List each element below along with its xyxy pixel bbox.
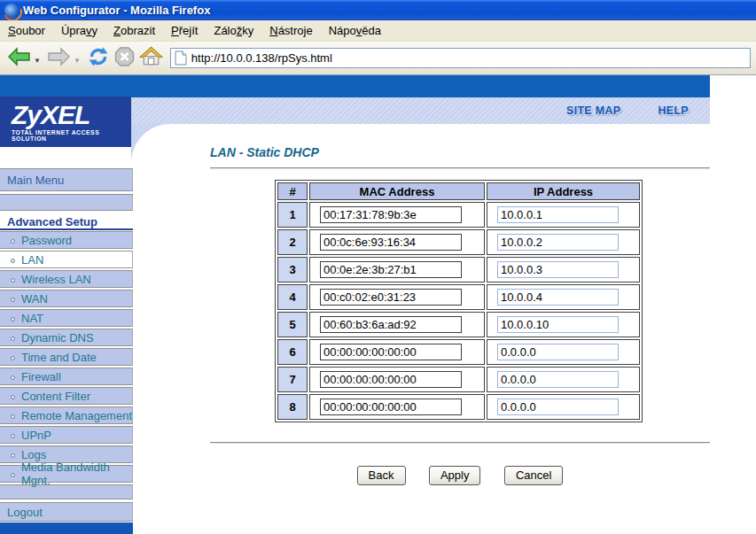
back-action-button[interactable]: Back (357, 466, 406, 485)
ip-input[interactable] (497, 289, 619, 306)
browser-window: Web Configurator - Mozilla Firefox Soubo… (0, 0, 756, 534)
row-number: 6 (277, 339, 308, 365)
row-number: 4 (277, 284, 308, 310)
forward-dropdown-icon[interactable]: ▼ (74, 57, 81, 65)
bullet-icon (11, 259, 15, 263)
forward-icon (47, 47, 71, 70)
sidebar: Main Menu Advanced Setup Password LAN Wi… (0, 168, 133, 522)
row-number: 2 (277, 229, 308, 255)
address-bar[interactable] (170, 48, 751, 68)
window-title: Web Configurator - Mozilla Firefox (23, 4, 210, 17)
menu-item-prejit[interactable]: Přejít (163, 24, 206, 37)
menu-bar: Soubor Úpravy Zobrazit Přejít Záložky Ná… (0, 20, 756, 42)
bullet-icon (11, 395, 15, 399)
sidebar-item-dynamic-dns[interactable]: Dynamic DNS (0, 329, 133, 346)
bullet-icon (11, 453, 15, 458)
sidebar-spacer (0, 194, 133, 211)
mac-input[interactable] (320, 316, 462, 333)
menu-item-zobrazit[interactable]: Zobrazit (105, 24, 163, 37)
sidebar-section-advanced-setup: Advanced Setup (0, 213, 133, 230)
table-row: 6 (277, 339, 640, 365)
home-button[interactable] (137, 45, 165, 72)
ip-input[interactable] (497, 316, 619, 333)
ip-input[interactable] (497, 234, 619, 251)
divider (210, 167, 710, 168)
sidebar-item-lan[interactable]: LAN (0, 251, 133, 268)
col-header-mac: MAC Address (309, 182, 485, 200)
url-input[interactable] (191, 51, 746, 65)
bullet-icon (11, 239, 15, 244)
bullet-icon (11, 278, 15, 282)
sidebar-item-nat[interactable]: NAT (0, 309, 133, 327)
back-button[interactable] (5, 45, 33, 72)
menu-item-soubor[interactable]: Soubor (0, 24, 53, 37)
mac-input[interactable] (320, 234, 462, 251)
sidebar-item-firewall[interactable]: Firewall (0, 368, 133, 385)
sidebar-item-wireless-lan[interactable]: Wireless LAN (0, 270, 133, 288)
table-header-row: # MAC Address IP Address (277, 182, 640, 200)
sidebar-item-time-and-date[interactable]: Time and Date (0, 348, 133, 366)
logo-tagline: TOTAL INTERNET ACCESS SOLUTION (12, 129, 131, 142)
mac-input[interactable] (320, 399, 462, 415)
bullet-icon (11, 414, 15, 419)
menu-item-napoveda[interactable]: Nápověda (321, 24, 389, 37)
cancel-button[interactable]: Cancel (504, 466, 563, 485)
table-row: 1 (277, 202, 640, 228)
divider (210, 442, 710, 443)
row-number: 3 (277, 257, 308, 282)
table-row: 4 (277, 284, 640, 310)
row-number: 1 (277, 202, 308, 228)
bullet-icon (11, 356, 15, 360)
back-dropdown-icon[interactable]: ▼ (34, 57, 41, 65)
bullet-icon (11, 337, 15, 341)
menu-item-zalozky[interactable]: Záložky (206, 24, 261, 37)
mac-input[interactable] (320, 261, 462, 278)
ip-input[interactable] (497, 206, 619, 223)
stop-button[interactable] (112, 45, 137, 72)
mac-input[interactable] (320, 344, 462, 360)
ip-input[interactable] (497, 371, 619, 388)
bullet-icon (11, 317, 15, 321)
ip-input[interactable] (497, 344, 619, 360)
reload-button[interactable] (85, 45, 112, 72)
help-link[interactable]: HELP (658, 104, 689, 117)
bullet-icon (11, 375, 15, 380)
header-band: SITE MAP HELP (131, 97, 710, 124)
sidebar-item-password[interactable]: Password (0, 231, 133, 249)
main-content: LAN - Static DHCP # MAC Address IP Addre… (133, 124, 756, 485)
mac-input[interactable] (320, 289, 462, 306)
menu-item-upravy[interactable]: Úpravy (53, 24, 105, 37)
forward-button[interactable] (45, 45, 73, 72)
sidebar-item-logout[interactable]: Logout (0, 502, 133, 522)
static-dhcp-table: # MAC Address IP Address 1 2 3 (275, 180, 643, 422)
sidebar-item-remote-management[interactable]: Remote Management (0, 406, 133, 424)
col-header-number: # (277, 182, 308, 200)
sidebar-item-content-filter[interactable]: Content Filter (0, 387, 133, 405)
site-map-link[interactable]: SITE MAP (566, 104, 620, 117)
sidebar-main-menu[interactable]: Main Menu (0, 168, 133, 191)
title-bar: Web Configurator - Mozilla Firefox (0, 0, 756, 20)
row-number: 8 (277, 394, 308, 420)
menu-item-nastroje[interactable]: Nástroje (261, 24, 320, 37)
ip-input[interactable] (497, 399, 619, 415)
page-top-band (0, 75, 710, 97)
table-row: 2 (277, 229, 640, 255)
col-header-ip: IP Address (487, 182, 640, 200)
page-viewport: ZyXEL TOTAL INTERNET ACCESS SOLUTION SIT… (0, 75, 756, 534)
mac-input[interactable] (320, 371, 462, 388)
sidebar-item-media-bandwidth-mgnt[interactable]: Media Bandwidth Mgnt. (0, 465, 133, 483)
row-number: 5 (277, 312, 308, 337)
logo-text: ZyXEL (12, 102, 131, 128)
stop-icon (113, 46, 136, 71)
table-row: 5 (277, 312, 640, 337)
bullet-icon (11, 434, 15, 438)
sidebar-bottom-band (0, 522, 133, 534)
sidebar-item-wan[interactable]: WAN (0, 290, 133, 307)
apply-button[interactable]: Apply (429, 466, 481, 485)
reload-icon (87, 46, 110, 71)
sidebar-item-upnp[interactable]: UPnP (0, 426, 133, 444)
mac-input[interactable] (320, 206, 462, 223)
table-row: 8 (277, 394, 640, 420)
page-icon (175, 50, 187, 66)
ip-input[interactable] (497, 261, 619, 278)
